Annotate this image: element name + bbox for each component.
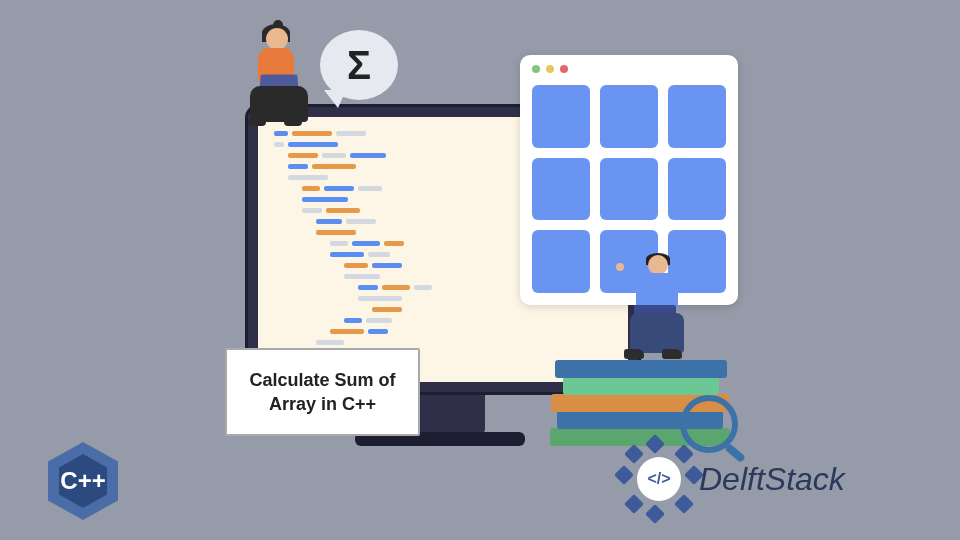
illustration-stage: Σ Calculate Sum of Array in C++ C++ </> … <box>0 0 960 540</box>
title-card: Calculate Sum of Array in C++ <box>225 348 420 436</box>
cpp-logo: C++ <box>48 442 118 520</box>
woman-illustration <box>230 28 330 138</box>
brand-name: DelftStack <box>699 461 845 498</box>
window-controls-icon <box>532 65 568 73</box>
code-glyph-icon: </> <box>647 470 670 488</box>
title-text: Calculate Sum of Array in C++ <box>239 368 406 417</box>
delftstack-logo: </> DelftStack <box>625 445 845 513</box>
sigma-symbol: Σ <box>347 43 371 88</box>
cpp-label: C++ <box>60 467 105 495</box>
